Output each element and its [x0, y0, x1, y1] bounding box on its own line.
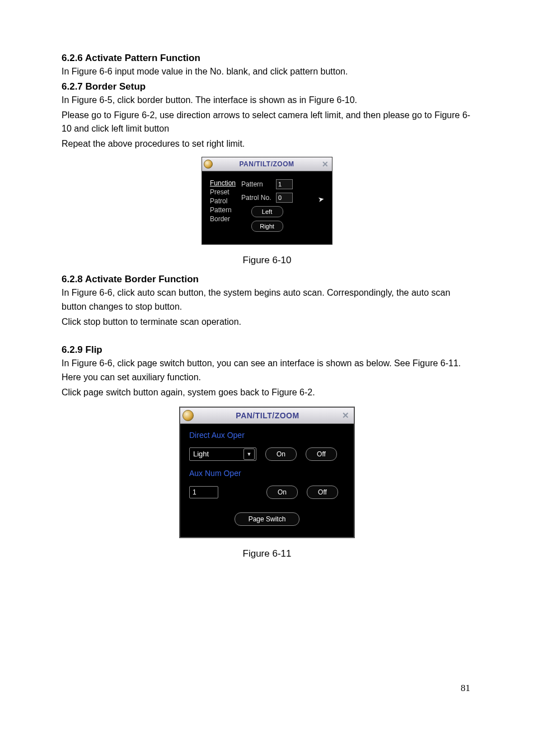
heading-6-2-7: 6.2.7 Border Setup	[62, 81, 472, 92]
text-6-2-7-p1: In Figure 6-5, click border button. The …	[62, 94, 472, 108]
text-6-2-8-p2: Click stop button to terminate scan oper…	[62, 315, 472, 329]
fig610-menu: Function Preset Patrol Pattern Border	[210, 179, 236, 232]
pattern-input[interactable]: 1	[276, 179, 293, 189]
menu-border[interactable]: Border	[210, 215, 236, 223]
close-icon[interactable]: ✕	[318, 160, 332, 169]
aux-select[interactable]: Light ▼	[189, 447, 256, 461]
menu-preset[interactable]: Preset	[210, 188, 236, 196]
direct-on-button[interactable]: On	[265, 447, 297, 461]
direct-off-button[interactable]: Off	[306, 447, 337, 461]
heading-6-2-8: 6.2.8 Activate Border Function	[62, 274, 472, 285]
pattern-label: Pattern	[241, 180, 274, 188]
figure-6-10-caption: Figure 6-10	[62, 255, 472, 266]
auxnum-off-button[interactable]: Off	[307, 486, 338, 499]
text-6-2-8-p1: In Figure 6-6, click auto scan button, t…	[62, 286, 472, 314]
aux-num-label: Aux Num Oper	[189, 469, 345, 478]
menu-function[interactable]: Function	[210, 179, 236, 187]
fig611-title: PAN/TILT/ZOOM	[197, 411, 338, 420]
heading-6-2-9: 6.2.9 Flip	[62, 344, 472, 356]
fig610-title: PAN/TILT/ZOOM	[215, 160, 318, 168]
menu-patrol[interactable]: Patrol	[210, 197, 236, 205]
text-6-2-6-p1: In Figure 6-6 input mode value in the No…	[62, 65, 472, 79]
auxnum-on-button[interactable]: On	[266, 486, 298, 499]
figure-6-11-panel: PAN/TILT/ZOOM ✕ Direct Aux Oper Light ▼ …	[179, 407, 355, 538]
left-button[interactable]: Left	[251, 206, 283, 217]
text-6-2-9-p2: Click page switch button again, system g…	[62, 386, 472, 400]
page-switch-button[interactable]: Page Switch	[235, 512, 299, 526]
direct-aux-label: Direct Aux Oper	[189, 431, 345, 440]
aux-num-input[interactable]: 1	[189, 486, 218, 498]
figure-6-11-caption: Figure 6-11	[62, 548, 472, 559]
text-6-2-7-p2: Please go to Figure 6-2, use direction a…	[62, 109, 472, 137]
figure-6-10-panel: PAN/TILT/ZOOM ✕ Function Preset Patrol P…	[202, 157, 332, 245]
patrolno-input[interactable]: 0	[276, 193, 293, 203]
patrolno-label: Patrol No.	[241, 194, 274, 202]
chevron-down-icon[interactable]: ▼	[243, 449, 255, 460]
text-6-2-9-p1: In Figure 6-6, click page switch button,…	[62, 357, 472, 385]
aux-select-value: Light	[193, 450, 209, 458]
heading-6-2-6: 6.2.6 Activate Pattern Function	[62, 53, 472, 64]
menu-pattern[interactable]: Pattern	[210, 206, 236, 214]
fig611-titlebar: PAN/TILT/ZOOM ✕	[180, 408, 354, 424]
panel-icon	[182, 410, 194, 421]
panel-icon	[204, 160, 213, 169]
cursor-icon: ➤	[317, 194, 325, 204]
text-6-2-7-p3: Repeat the above procedures to set right…	[62, 137, 472, 151]
page-number: 81	[62, 683, 472, 694]
right-button[interactable]: Right	[251, 221, 283, 232]
close-icon[interactable]: ✕	[338, 410, 354, 421]
fig610-titlebar: PAN/TILT/ZOOM ✕	[202, 157, 332, 171]
